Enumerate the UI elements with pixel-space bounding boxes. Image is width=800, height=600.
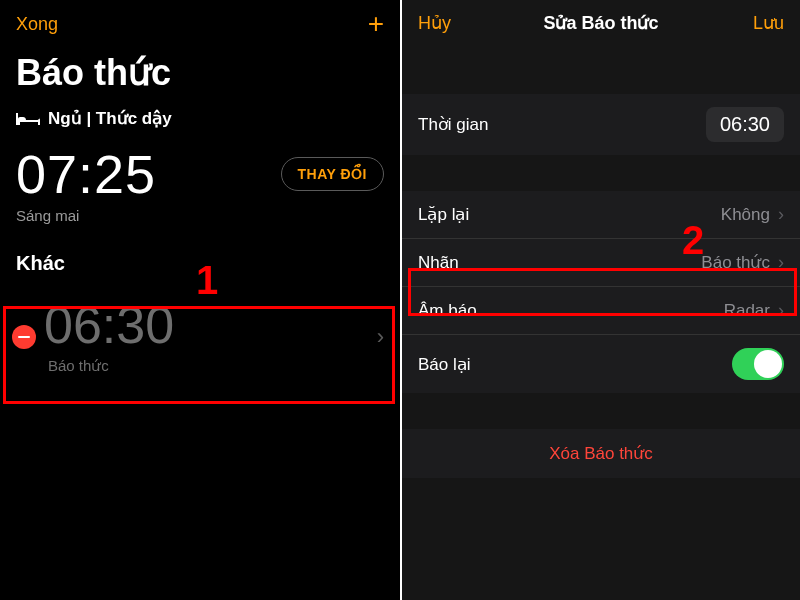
alarm-body[interactable]: 06:30 Báo thức bbox=[44, 299, 377, 375]
repeat-cell[interactable]: Lặp lại Không › bbox=[402, 191, 800, 239]
chevron-right-icon: › bbox=[778, 300, 784, 321]
sound-label: Âm báo bbox=[418, 301, 477, 321]
toggle-knob bbox=[754, 350, 782, 378]
time-group: Thời gian 06:30 bbox=[402, 94, 800, 155]
snooze-label: Báo lại bbox=[418, 354, 471, 375]
alarm-row[interactable]: 06:30 Báo thức › bbox=[0, 287, 400, 393]
alarm-label: Báo thức bbox=[48, 357, 377, 375]
save-button[interactable]: Lưu bbox=[753, 12, 784, 34]
sound-value: Radar bbox=[724, 301, 770, 321]
page-title: Báo thức bbox=[0, 44, 400, 108]
change-button[interactable]: THAY ĐỔI bbox=[281, 157, 384, 191]
other-label: Khác bbox=[16, 252, 65, 275]
delete-alarm-button[interactable]: Xóa Báo thức bbox=[402, 429, 800, 478]
nav-bar-left: Xong + bbox=[0, 0, 400, 44]
alarm-list-screen: Xong + Báo thức Ngủ | Thức dậy 07:25 THA… bbox=[0, 0, 400, 600]
minus-icon bbox=[18, 336, 30, 339]
label-label: Nhãn bbox=[418, 253, 459, 273]
wake-time: 07:25 bbox=[16, 143, 156, 205]
cancel-button[interactable]: Hủy bbox=[418, 12, 451, 34]
delete-row-button[interactable] bbox=[12, 325, 36, 349]
alarm-time: 06:30 bbox=[44, 299, 377, 351]
label-value: Báo thức bbox=[701, 252, 770, 273]
edit-title: Sửa Báo thức bbox=[402, 12, 800, 34]
time-value[interactable]: 06:30 bbox=[706, 107, 784, 142]
time-label: Thời gian bbox=[418, 114, 488, 135]
snooze-cell: Báo lại bbox=[402, 335, 800, 393]
sound-cell[interactable]: Âm báo Radar › bbox=[402, 287, 800, 335]
time-cell[interactable]: Thời gian 06:30 bbox=[402, 94, 800, 155]
options-group: Lặp lại Không › Nhãn Báo thức › Âm báo R… bbox=[402, 191, 800, 393]
wake-row: 07:25 THAY ĐỔI bbox=[0, 139, 400, 205]
sleep-label: Ngủ | Thức dậy bbox=[48, 108, 172, 129]
chevron-right-icon: › bbox=[778, 252, 784, 273]
snooze-toggle[interactable] bbox=[732, 348, 784, 380]
nav-bar-right: Hủy Sửa Báo thức Lưu bbox=[402, 0, 800, 48]
add-alarm-button[interactable]: + bbox=[368, 10, 384, 38]
other-section-header: Khác bbox=[0, 246, 400, 287]
label-cell[interactable]: Nhãn Báo thức › bbox=[402, 239, 800, 287]
chevron-right-icon: › bbox=[778, 204, 784, 225]
sleep-section-header: Ngủ | Thức dậy bbox=[0, 108, 400, 139]
chevron-right-icon: › bbox=[377, 324, 384, 350]
repeat-label: Lặp lại bbox=[418, 204, 469, 225]
done-button[interactable]: Xong bbox=[16, 14, 58, 35]
edit-alarm-screen: Hủy Sửa Báo thức Lưu Thời gian 06:30 Lặp… bbox=[400, 0, 800, 600]
wake-subtitle: Sáng mai bbox=[0, 205, 400, 246]
bed-icon bbox=[16, 110, 40, 128]
repeat-value: Không bbox=[721, 205, 770, 225]
